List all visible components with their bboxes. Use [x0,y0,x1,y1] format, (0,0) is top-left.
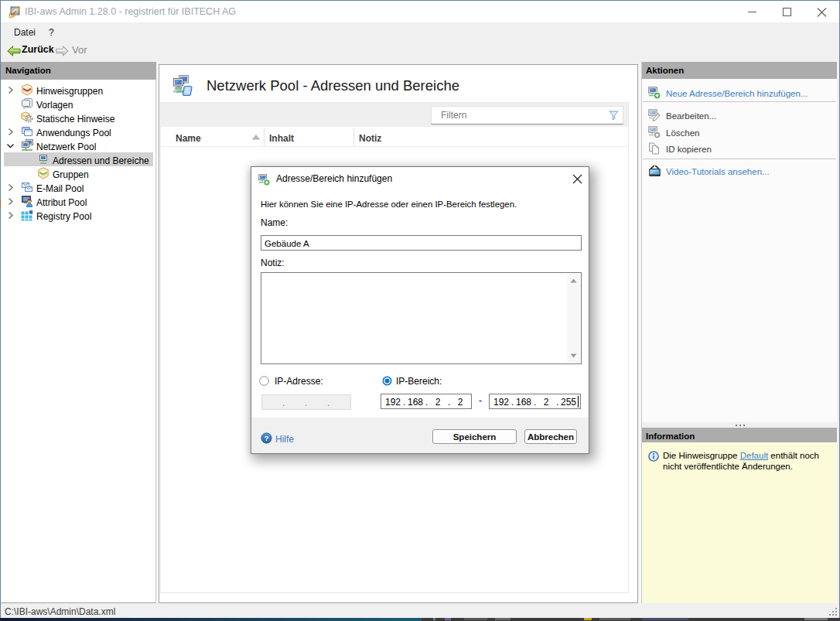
svg-text:?: ? [264,434,268,442]
